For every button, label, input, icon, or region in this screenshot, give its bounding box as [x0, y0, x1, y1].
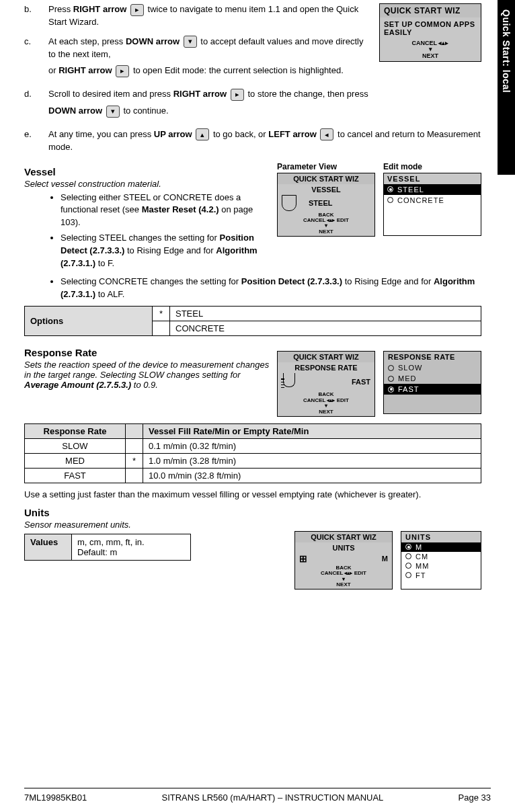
- down-arrow-icon: ▾: [184, 36, 197, 48]
- text: At each step, press: [48, 36, 126, 46]
- radio-icon: [405, 544, 411, 550]
- doc-title: SITRANS LR560 (mA/HART) – INSTRUCTION MA…: [161, 793, 383, 803]
- vessel-heading: Vessel: [24, 166, 270, 177]
- key-label: RIGHT arrow: [173, 89, 227, 99]
- edit-title: UNITS: [401, 532, 481, 542]
- lcd-nav: BACK CANCEL ◂▴▸ EDIT ▾ NEXT: [278, 392, 374, 416]
- radio-icon: [405, 553, 411, 559]
- lcd-param: VESSEL: [278, 184, 374, 194]
- key-label: RIGHT arrow: [58, 65, 112, 75]
- vessel-subtitle: Select vessel construction material.: [24, 179, 270, 189]
- option-label: FT: [415, 571, 426, 579]
- values-default: Default: m: [77, 547, 185, 557]
- text: or: [48, 65, 58, 75]
- lcd-body: SET UP COMMON APPS EASILY: [380, 17, 481, 40]
- left-arrow-icon: ◂: [320, 128, 333, 140]
- tank-icon: [282, 373, 298, 391]
- vessel-shape-icon: [282, 195, 296, 211]
- step-letter: d.: [24, 88, 48, 122]
- option-row: CONCRETE: [170, 321, 481, 336]
- option-label: STEEL: [397, 186, 424, 194]
- lcd-value: STEEL: [309, 199, 332, 207]
- lcd-param: UNITS: [295, 542, 392, 552]
- step-c: At each step, press DOWN arrow ▾ to acce…: [48, 36, 371, 82]
- text: to ALF.: [98, 289, 125, 299]
- lcd-title: QUICK START WIZ: [295, 532, 392, 542]
- edit-option-cm: CM: [401, 552, 481, 561]
- edit-mode-label: Edit mode: [383, 162, 481, 171]
- radio-icon: [387, 186, 393, 192]
- right-arrow-icon: ▸: [231, 89, 244, 101]
- edit-title: VESSEL: [384, 173, 481, 184]
- parameter-view-label: Parameter View: [277, 162, 375, 171]
- option-label: SLOW: [398, 364, 422, 372]
- step-letter: e.: [24, 128, 48, 154]
- text: Scroll to desired item and press: [48, 89, 173, 99]
- vessel-options-table: Options * STEEL CONCRETE: [24, 306, 481, 336]
- radio-icon: [387, 197, 393, 203]
- vessel-bullet: Selecting either STEEL or CONCRETE does …: [61, 192, 270, 230]
- edit-option-fast: FAST: [384, 384, 481, 395]
- option-label: CM: [415, 553, 428, 561]
- radio-icon: [388, 365, 394, 371]
- vessel-edit-panel: VESSEL STEEL CONCRETE: [383, 173, 481, 236]
- step-letter: c.: [24, 36, 48, 82]
- page-number: Page 33: [459, 793, 491, 803]
- option-row: STEEL: [170, 307, 481, 321]
- lcd-title: QUICK START WIZ: [380, 4, 481, 17]
- up-arrow-icon: ▴: [196, 128, 209, 140]
- edit-option-m: M: [401, 542, 481, 552]
- vessel-param-panel: QUICK START WIZ VESSEL STEEL BACK CANCEL…: [277, 173, 375, 237]
- doc-number: 7ML19985KB01: [24, 793, 87, 803]
- edit-option-steel: STEEL: [384, 184, 481, 195]
- key-label: RIGHT arrow: [73, 4, 126, 14]
- nav-next: NEXT: [295, 582, 392, 587]
- step-e: At any time, you can press UP arrow ▴ to…: [48, 128, 481, 154]
- response-subtitle: Sets the reaction speed of the device to…: [24, 360, 270, 390]
- value-cell: 10.0 m/min (32.8 ft/min): [143, 468, 481, 483]
- rate-cell: SLOW: [25, 438, 126, 453]
- edit-title: RESPONSE RATE: [384, 352, 481, 362]
- option-label: FAST: [398, 385, 420, 393]
- text: Selecting STEEL changes the setting for: [61, 233, 220, 243]
- nav-cancel: CANCEL: [303, 217, 325, 223]
- nav-next: NEXT: [278, 409, 374, 415]
- star-cell: [126, 468, 143, 483]
- edit-option-mm: MM: [401, 561, 481, 571]
- option-label: CONCRETE: [397, 196, 444, 204]
- lcd-value: M: [382, 555, 388, 563]
- text: Sets the reaction speed of the device to…: [24, 360, 269, 380]
- response-heading: Response Rate: [24, 347, 270, 358]
- step-b: Press RIGHT arrow ▸ twice to navigate to…: [48, 3, 371, 29]
- units-heading: Units: [24, 507, 481, 518]
- radio-icon: [388, 387, 394, 393]
- key-label: DOWN arrow: [48, 106, 102, 116]
- units-values-table: Values m, cm, mm, ft, in. Default: m: [24, 534, 191, 561]
- values-list: m, cm, mm, ft, in.: [77, 537, 185, 547]
- nav-edit: EDIT: [354, 570, 366, 576]
- star-cell: [126, 438, 143, 453]
- response-note: Use a setting just faster than the maxim…: [24, 489, 481, 501]
- fill-header: Vessel Fill Rate/Min or Empty Rate/Min: [143, 423, 481, 438]
- nav-next: NEXT: [380, 53, 481, 59]
- nav-cancel: CANCEL: [321, 570, 343, 576]
- lcd-nav: BACK CANCEL ◂▴▸ EDIT ▾ NEXT: [295, 565, 392, 590]
- response-edit-panel: RESPONSE RATE SLOW MED FAST: [383, 351, 481, 414]
- star-cell: *: [126, 453, 143, 468]
- lcd-value: FAST: [352, 378, 370, 386]
- rate-cell: FAST: [25, 468, 126, 483]
- radio-icon: [405, 563, 411, 569]
- values-header: Values: [25, 534, 72, 560]
- vessel-bullet: Selecting CONCRETE changes the setting f…: [61, 276, 481, 301]
- ref: Position Detect (2.7.3.3.): [241, 276, 342, 286]
- star-header: [126, 423, 143, 438]
- option-label: MM: [415, 562, 429, 570]
- ref: Master Reset (4.2.): [142, 204, 219, 214]
- down-arrow-icon: ▾: [106, 106, 120, 118]
- right-arrow-icon: ▸: [130, 4, 144, 16]
- radio-icon: [388, 376, 394, 382]
- radio-icon: [405, 572, 411, 578]
- nav-edit: EDIT: [337, 217, 349, 223]
- units-subtitle: Sensor measurement units.: [24, 520, 481, 530]
- lcd-nav: BACK CANCEL ◂▴▸ EDIT ▾ NEXT: [278, 212, 374, 237]
